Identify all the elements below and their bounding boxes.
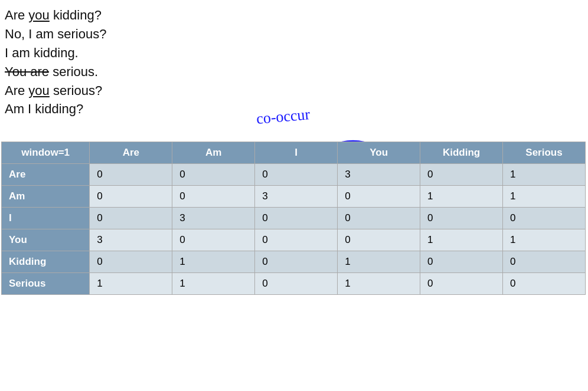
cell-r3-c1: 0 (172, 229, 255, 251)
cell-r0-c5: 1 (503, 164, 586, 186)
cell-r1-c3: 0 (338, 186, 420, 208)
table-row: Serious110100 (2, 273, 586, 295)
cell-r4-c5: 0 (503, 251, 586, 273)
cell-r4-c4: 0 (420, 251, 503, 273)
cell-r0-c1: 0 (172, 164, 255, 186)
cell-r5-c5: 0 (503, 273, 586, 295)
table-row: Are000301 (2, 164, 586, 186)
you-underline-1: you (28, 8, 49, 22)
row-label-serious: Serious (2, 273, 90, 295)
cell-r5-c0: 1 (90, 273, 172, 295)
cell-r1-c2: 3 (255, 186, 338, 208)
cell-r3-c3: 0 (338, 229, 420, 251)
cell-r3-c4: 1 (420, 229, 503, 251)
cell-r1-c1: 0 (172, 186, 255, 208)
strikethrough-you-are: You are (5, 64, 49, 79)
cell-r5-c3: 1 (338, 273, 420, 295)
cell-r5-c4: 0 (420, 273, 503, 295)
cell-r0-c2: 0 (255, 164, 338, 186)
col-header-window: window=1 (2, 142, 90, 164)
cell-r5-c2: 0 (255, 273, 338, 295)
table-header-row: window=1 Are Am I You Kidding Serious (2, 142, 586, 164)
line-4: You are serious. (5, 63, 106, 81)
cell-r1-c4: 1 (420, 186, 503, 208)
table-row: Kidding010100 (2, 251, 586, 273)
cell-r1-c5: 1 (503, 186, 586, 208)
cell-r4-c2: 0 (255, 251, 338, 273)
co-occurrence-table: window=1 Are Am I You Kidding Serious Ar… (1, 142, 586, 295)
line-3: I am kidding. (5, 44, 106, 63)
cell-r1-c0: 0 (90, 186, 172, 208)
col-header-kidding: Kidding (420, 142, 503, 164)
table-body: Are000301Am003011I030000You300011Kidding… (2, 164, 586, 295)
cell-r0-c0: 0 (90, 164, 172, 186)
cell-r5-c1: 1 (172, 273, 255, 295)
handwritten-annotation: co-occur (256, 106, 311, 127)
cell-r3-c2: 0 (255, 229, 338, 251)
cell-r2-c4: 0 (420, 208, 503, 229)
col-header-serious: Serious (503, 142, 586, 164)
row-label-you: You (2, 229, 90, 251)
cell-r3-c0: 3 (90, 229, 172, 251)
table-wrapper: window=1 Are Am I You Kidding Serious Ar… (0, 142, 588, 295)
table-row: I030000 (2, 208, 586, 229)
table-row: You300011 (2, 229, 586, 251)
row-label-i: I (2, 208, 90, 229)
col-header-are: Are (90, 142, 172, 164)
text-block: Are you kidding? No, I am serious? I am … (5, 6, 106, 119)
cell-r4-c3: 1 (338, 251, 420, 273)
cell-r2-c3: 0 (338, 208, 420, 229)
col-header-you: You (338, 142, 420, 164)
cell-r4-c1: 1 (172, 251, 255, 273)
cell-r2-c1: 3 (172, 208, 255, 229)
cell-r2-c0: 0 (90, 208, 172, 229)
line-2: No, I am serious? (5, 25, 106, 44)
line-5: Are you serious? (5, 81, 106, 100)
cell-r2-c5: 0 (503, 208, 586, 229)
row-label-are: Are (2, 164, 90, 186)
line-1: Are you kidding? (5, 6, 106, 25)
row-label-am: Am (2, 186, 90, 208)
cell-r0-c3: 3 (338, 164, 420, 186)
cell-r4-c0: 0 (90, 251, 172, 273)
col-header-am: Am (172, 142, 255, 164)
cell-r2-c2: 0 (255, 208, 338, 229)
row-label-kidding: Kidding (2, 251, 90, 273)
cell-r3-c5: 1 (503, 229, 586, 251)
you-underline-2: you (28, 83, 49, 98)
line-6: Am I kidding? (5, 100, 106, 119)
cell-r0-c4: 0 (420, 164, 503, 186)
table-row: Am003011 (2, 186, 586, 208)
col-header-i: I (255, 142, 338, 164)
